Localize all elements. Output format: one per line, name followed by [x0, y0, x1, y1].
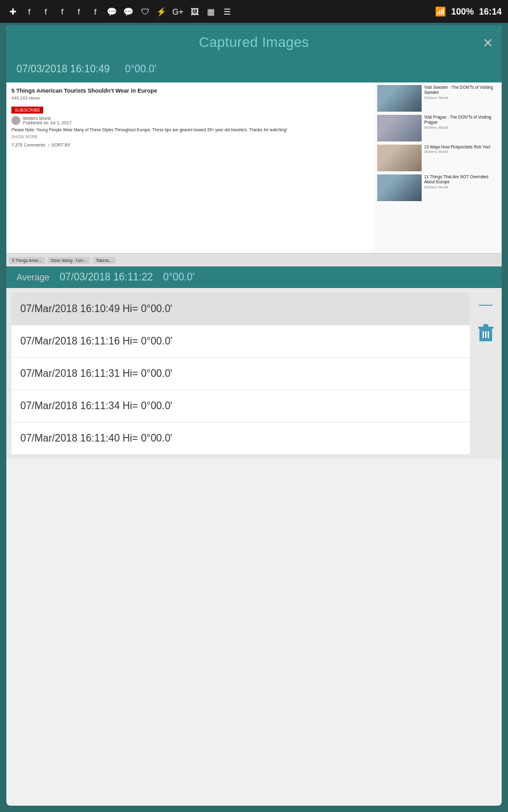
- list-item[interactable]: 07/Mar/2018 16:11:31 Hi= 0°00.0': [11, 358, 470, 390]
- google-plus-icon: G+: [171, 5, 184, 18]
- svg-rect-2: [483, 324, 488, 327]
- captures-list: 07/Mar/2018 16:10:49 Hi= 0°00.0' 07/Mar/…: [11, 293, 470, 454]
- status-icons: ✚ f f f f f 💬 💬 🛡 ⚡ G+ 🖼 ▦ ☰: [6, 5, 234, 18]
- minimize-button[interactable]: —: [476, 294, 496, 315]
- yt-comments-count: 7,375 Comments: [11, 143, 45, 147]
- yt-channel: Wolters WorldPublished on Jul 1, 2017: [23, 116, 72, 125]
- svg-rect-1: [478, 327, 493, 329]
- list-item-text-2: 07/Mar/2018 16:11:31 Hi= 0°00.0': [20, 368, 172, 379]
- list-item-text-3: 07/Mar/2018 16:11:34 Hi= 0°00.0': [20, 400, 172, 411]
- status-bar: ✚ f f f f f 💬 💬 🛡 ⚡ G+ 🖼 ▦ ☰ 📶 100% 16:1…: [0, 0, 508, 23]
- card-header: Captured Images ×: [6, 25, 502, 60]
- average-datetime: 07/03/2018 16:11:22: [60, 272, 153, 283]
- chat-icon-2: 💬: [122, 5, 135, 18]
- close-button[interactable]: ×: [483, 34, 493, 51]
- list-item-text-4: 07/Mar/2018 16:11:40 Hi= 0°00.0': [20, 433, 172, 443]
- yt-thumb-4: [377, 174, 422, 201]
- top-datetime: 07/03/2018 16:10:49: [17, 63, 110, 75]
- youtube-screenshot: 5 Things American Tourists Shouldn't Wea…: [6, 82, 502, 266]
- facebook-icon-1: f: [23, 5, 36, 18]
- yt-subscribe-btn: SUBSCRIBE: [11, 107, 43, 114]
- yt-taskbar: 5 Things Amer... Store listing - Cen... …: [6, 253, 502, 266]
- list-item[interactable]: 07/Mar/2018 16:10:49 Hi= 0°00.0': [11, 293, 470, 325]
- list-actions: —: [470, 288, 502, 459]
- status-right: 📶 100% 16:14: [435, 6, 502, 16]
- delete-button[interactable]: [476, 325, 496, 345]
- svg-rect-3: [483, 331, 484, 338]
- shield-icon: 🛡: [138, 5, 151, 18]
- facebook-icon-2: f: [39, 5, 52, 18]
- average-altitude: 0°00.0': [163, 272, 195, 283]
- yt-views: 449,163 views: [11, 96, 370, 100]
- image-preview: 5 Things American Tourists Shouldn't Wea…: [6, 82, 502, 266]
- yt-avatar: [11, 116, 20, 125]
- add-icon: ✚: [6, 5, 19, 18]
- main-card: Captured Images × 07/03/2018 16:10:49 0°…: [6, 25, 502, 806]
- facebook-icon-4: f: [72, 5, 85, 18]
- page-title: Captured Images: [199, 34, 309, 51]
- list-item[interactable]: 07/Mar/2018 16:11:34 Hi= 0°00.0': [11, 390, 470, 422]
- minimize-icon: —: [479, 296, 493, 313]
- facebook-icon-5: f: [89, 5, 102, 18]
- list-item[interactable]: 07/Mar/2018 16:11:16 Hi= 0°00.0': [11, 325, 470, 358]
- menu-icon: ☰: [221, 5, 234, 18]
- top-altitude: 0°00.0': [125, 63, 157, 75]
- image-icon: 🖼: [188, 5, 201, 18]
- yt-title: 5 Things American Tourists Shouldn't Wea…: [11, 88, 370, 94]
- svg-rect-4: [485, 331, 486, 338]
- average-row: Average 07/03/2018 16:11:22 0°00.0': [6, 266, 502, 288]
- delete-icon: [478, 324, 494, 346]
- yt-related-2: Visit Prague - The DON'Ts of Visiting Pr…: [377, 115, 499, 141]
- yt-sidebar: Visit Sweden - The DON'Ts of Visiting Sw…: [375, 82, 502, 253]
- yt-description: Please Note: Young People Wear Many of T…: [11, 127, 370, 133]
- yt-sort-by: ↕ SORT BY: [48, 143, 70, 147]
- svg-rect-5: [488, 331, 489, 338]
- list-area: 07/Mar/2018 16:10:49 Hi= 0°00.0' 07/Mar/…: [6, 288, 502, 459]
- list-item-text-1: 07/Mar/2018 16:11:16 Hi= 0°00.0': [20, 336, 172, 346]
- chat-icon: 💬: [105, 5, 118, 18]
- yt-thumb-1: [377, 85, 422, 112]
- top-info-row: 07/03/2018 16:10:49 0°00.0': [6, 60, 502, 82]
- average-label: Average: [17, 272, 50, 282]
- yt-thumb-2: [377, 115, 422, 141]
- usb-icon: ⚡: [155, 5, 168, 18]
- list-item[interactable]: 07/Mar/2018 16:11:40 Hi= 0°00.0': [11, 422, 470, 454]
- yt-show-more: SHOW MORE: [11, 134, 370, 139]
- clock: 16:14: [479, 6, 502, 16]
- yt-related-1: Visit Sweden - The DON'Ts of Visiting Sw…: [377, 85, 499, 112]
- yt-related-3: 13 Ways How Pickpockets Rob You! Wolters…: [377, 145, 499, 171]
- yt-related-4: 11 Things That Are NOT Overrated About E…: [377, 174, 499, 201]
- grid-icon: ▦: [204, 5, 217, 18]
- yt-thumb-3: [377, 145, 422, 171]
- facebook-icon-3: f: [56, 5, 69, 18]
- wifi-icon: 📶: [435, 6, 446, 16]
- battery-level: 100%: [451, 6, 474, 16]
- list-item-text-0: 07/Mar/2018 16:10:49 Hi= 0°00.0': [20, 303, 172, 314]
